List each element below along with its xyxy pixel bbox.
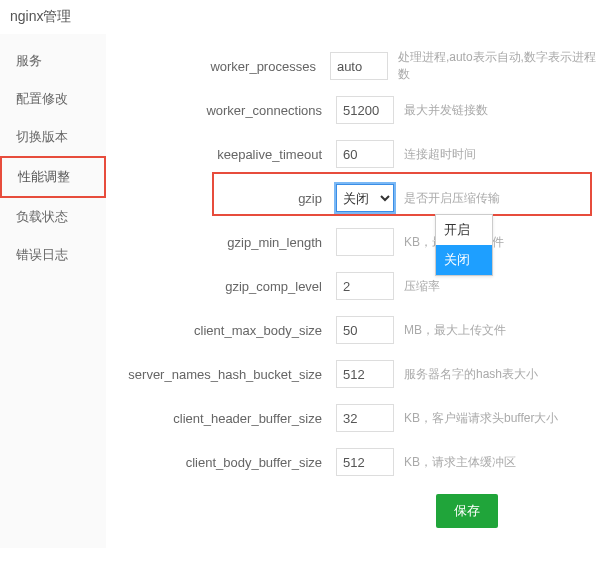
desc-gzip: 是否开启压缩传输 [394, 190, 500, 207]
desc-worker-processes: 处理进程,auto表示自动,数字表示进程数 [388, 49, 602, 83]
sidebar-item-load[interactable]: 负载状态 [0, 198, 106, 236]
label-worker-connections: worker_connections [106, 103, 336, 118]
sidebar: 服务 配置修改 切换版本 性能调整 负载状态 错误日志 [0, 34, 106, 548]
label-worker-processes: worker_processes [106, 59, 330, 74]
label-server-names-hash: server_names_hash_bucket_size [106, 367, 336, 382]
input-client-header-buffer[interactable] [336, 404, 394, 432]
desc-client-body-buffer: KB，请求主体缓冲区 [394, 454, 516, 471]
desc-client-header-buffer: KB，客户端请求头buffer大小 [394, 410, 558, 427]
input-gzip-min-length[interactable] [336, 228, 394, 256]
save-button[interactable]: 保存 [436, 494, 498, 528]
sidebar-item-version[interactable]: 切换版本 [0, 118, 106, 156]
sidebar-item-config[interactable]: 配置修改 [0, 80, 106, 118]
input-worker-connections[interactable] [336, 96, 394, 124]
select-gzip[interactable]: 关闭 [336, 184, 394, 212]
label-gzip-min-length: gzip_min_length [106, 235, 336, 250]
label-client-body-buffer: client_body_buffer_size [106, 455, 336, 470]
dropdown-option-on[interactable]: 开启 [436, 215, 492, 245]
label-client-header-buffer: client_header_buffer_size [106, 411, 336, 426]
input-keepalive-timeout[interactable] [336, 140, 394, 168]
input-client-body-buffer[interactable] [336, 448, 394, 476]
desc-keepalive-timeout: 连接超时时间 [394, 146, 476, 163]
content-panel: worker_processes 处理进程,auto表示自动,数字表示进程数 w… [106, 34, 602, 548]
input-server-names-hash[interactable] [336, 360, 394, 388]
desc-worker-connections: 最大并发链接数 [394, 102, 488, 119]
dropdown-option-off[interactable]: 关闭 [436, 245, 492, 275]
sidebar-item-performance[interactable]: 性能调整 [0, 156, 106, 198]
desc-client-max-body-size: MB，最大上传文件 [394, 322, 506, 339]
label-keepalive-timeout: keepalive_timeout [106, 147, 336, 162]
desc-server-names-hash: 服务器名字的hash表大小 [394, 366, 538, 383]
page-title: nginx管理 [0, 0, 602, 34]
input-worker-processes[interactable] [330, 52, 388, 80]
sidebar-item-service[interactable]: 服务 [0, 42, 106, 80]
gzip-dropdown: 开启 关闭 [435, 214, 493, 276]
input-client-max-body-size[interactable] [336, 316, 394, 344]
label-gzip: gzip [106, 191, 336, 206]
label-client-max-body-size: client_max_body_size [106, 323, 336, 338]
desc-gzip-comp-level: 压缩率 [394, 278, 440, 295]
label-gzip-comp-level: gzip_comp_level [106, 279, 336, 294]
sidebar-item-errorlog[interactable]: 错误日志 [0, 236, 106, 274]
input-gzip-comp-level[interactable] [336, 272, 394, 300]
